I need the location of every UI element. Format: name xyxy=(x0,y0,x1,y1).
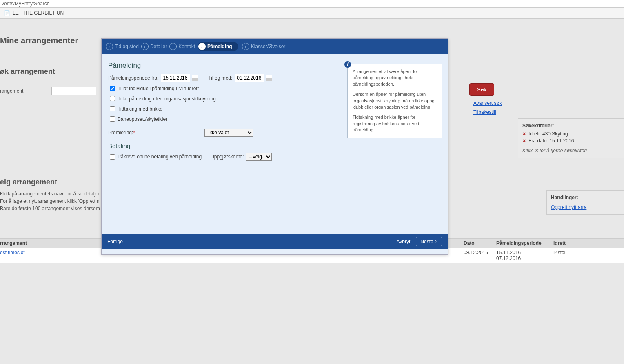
page-title: Mine arrangementer xyxy=(0,36,106,45)
allow-no-org-label: Tillat påmelding uten organisasjonstilkn… xyxy=(118,96,216,102)
modal-body: Påmelding Påmeldingsperiode fra: Til og … xyxy=(102,54,448,234)
criteria-title: Søkekriterier: xyxy=(522,123,620,129)
period-from-label: Påmeldingsperiode fra: xyxy=(108,75,158,81)
create-new-link[interactable]: Opprett nytt arra xyxy=(551,204,586,210)
premiering-select[interactable]: Ikke valgt xyxy=(204,129,253,137)
premiering-label: Premiering:* xyxy=(108,130,202,135)
calendar-icon[interactable] xyxy=(266,75,272,81)
info-text-line: Bare de første 100 arrangement vises der… xyxy=(0,205,106,212)
payment-heading: Betaling xyxy=(108,142,441,149)
step-label: Tid og sted xyxy=(115,44,139,49)
allow-individual-checkbox[interactable] xyxy=(110,86,115,91)
chevron-right-icon: › xyxy=(141,43,149,50)
search-criteria-box: Søkekriterier: ✕ Idrett: 430 Skyting ✕ F… xyxy=(518,118,624,158)
url-bar: vents/MyEntry/Search xyxy=(0,0,624,8)
col-sport: Idrett xyxy=(550,239,611,248)
reset-link[interactable]: Tilbakestill xyxy=(473,109,496,115)
remove-criterion-icon[interactable]: ✕ xyxy=(522,138,526,144)
chip-timing-checkbox[interactable] xyxy=(110,106,115,111)
allow-no-org-checkbox[interactable] xyxy=(110,96,115,101)
wizard-steps: › Tid og sted › Detaljer › Kontakt › Påm… xyxy=(102,39,448,54)
info-text-line: For å lage et nytt arrangement klikk 'Op… xyxy=(0,198,106,205)
step-tid-og-sted[interactable]: › Tid og sted xyxy=(106,43,139,50)
step-label: Kontakt xyxy=(178,44,195,49)
registration-wizard-modal: › Tid og sted › Detaljer › Kontakt › Påm… xyxy=(101,38,448,255)
previous-button[interactable]: Forrige xyxy=(107,239,123,244)
cell-date: 08.12.2016 xyxy=(460,248,493,263)
search-heading: øk arrangement xyxy=(0,67,106,76)
step-pamelding[interactable]: › Påmelding xyxy=(198,42,238,51)
info-text: Klikk på arrangementets navn for å se de… xyxy=(0,190,106,212)
cancel-button[interactable]: Avbryt xyxy=(397,239,411,244)
chevron-right-icon: › xyxy=(106,43,113,50)
require-online-payment-checkbox[interactable] xyxy=(110,154,115,160)
chevron-right-icon: › xyxy=(169,43,177,50)
background-page: Mine arrangementer øk arrangement rangem… xyxy=(0,19,624,22)
search-button[interactable]: Søk xyxy=(469,83,494,96)
col-period: Påmeldingsperiode xyxy=(493,239,550,248)
chevron-right-icon: › xyxy=(242,43,249,50)
info-paragraph: Arrangementet vil være åpent for påmeldi… xyxy=(353,69,437,87)
step-detaljer[interactable]: › Detaljer xyxy=(141,43,167,50)
advanced-search-link[interactable]: Avansert søk xyxy=(473,100,502,106)
require-online-payment-label: Påkrevd online betaling ved påmelding. xyxy=(118,154,203,160)
range-setup-label: Baneoppsett/skytetider xyxy=(118,116,167,122)
next-button[interactable]: Neste > xyxy=(416,237,442,246)
arrangement-link[interactable]: est timeslot xyxy=(0,250,25,255)
arrangement-input[interactable] xyxy=(51,87,96,95)
period-to-label: Til og med: xyxy=(208,75,232,81)
info-paragraph: Dersom en åpner for påmelding uten organ… xyxy=(353,91,437,110)
remove-criterion-icon[interactable]: ✕ xyxy=(522,131,526,137)
info-panel: i Arrangementet vil være åpent for påmel… xyxy=(347,64,442,138)
settlement-account-label: Oppgjørskonto: xyxy=(210,154,244,160)
actions-box: Handlinger: Opprett nytt arra xyxy=(546,190,624,215)
period-from-input[interactable] xyxy=(161,74,190,82)
criteria-note: Klikk ✕ for å fjerne søkekriteri xyxy=(522,148,620,153)
step-kontakt[interactable]: › Kontakt xyxy=(169,43,195,50)
tab-title: LET THE GERBIL HUN xyxy=(13,10,64,16)
tab-bar: 📄 LET THE GERBIL HUN xyxy=(0,8,624,19)
select-arrangement-heading: elg arrangement xyxy=(0,178,57,186)
range-setup-checkbox[interactable] xyxy=(110,116,115,122)
period-to-input[interactable] xyxy=(235,74,264,82)
page-icon: 📄 xyxy=(4,10,10,16)
step-label: Klasser/Øvelser xyxy=(251,44,286,49)
step-klasser-ovelser[interactable]: › Klasser/Øvelser xyxy=(242,43,286,50)
arrangement-label: rangement: xyxy=(0,87,25,95)
chip-timing-label: Tidtaking med brikke xyxy=(118,106,162,112)
modal-footer: Forrige Avbryt Neste > xyxy=(102,234,448,249)
chevron-right-icon: › xyxy=(198,43,206,50)
cell-period: 15.11.2016-07.12.2016 xyxy=(493,248,550,263)
col-date: Dato xyxy=(460,239,493,248)
criterion-sport: Idrett: 430 Skyting xyxy=(529,131,568,137)
info-text-line: Klikk på arrangementets navn for å se de… xyxy=(0,190,106,198)
settlement-account-select[interactable]: --Velg-- xyxy=(246,153,272,161)
cell-sport: Pistol xyxy=(550,248,611,263)
allow-individual-label: Tillat individuell påmelding i Min Idret… xyxy=(118,86,199,91)
criterion-fromdate: Fra dato: 15.11.2016 xyxy=(529,138,574,144)
info-paragraph: Tidtakning med brikke åpner for registre… xyxy=(353,114,437,133)
step-label: Påmelding xyxy=(207,44,232,49)
calendar-icon[interactable] xyxy=(192,75,198,81)
actions-title: Handlinger: xyxy=(551,195,620,200)
info-icon: i xyxy=(344,61,351,68)
step-label: Detaljer xyxy=(150,44,167,49)
